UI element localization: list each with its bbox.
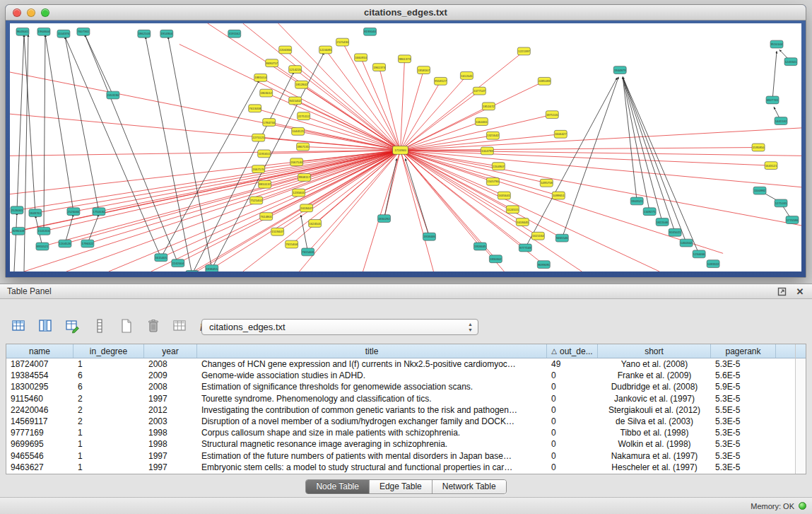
graph-node[interactable]: 1093322 bbox=[707, 260, 719, 268]
graph-node[interactable]: 1124515 bbox=[506, 206, 519, 214]
graph-node[interactable]: 1495758 bbox=[540, 179, 553, 187]
graph-node[interactable]: 7614801 bbox=[260, 213, 273, 221]
graph-node[interactable]: 1624501 bbox=[309, 220, 322, 228]
graph-node[interactable]: 2067170 bbox=[252, 165, 265, 173]
table-row[interactable]: 1872400712008Changes of HCN gene express… bbox=[6, 358, 795, 370]
graph-node[interactable]: 9777169 bbox=[519, 244, 531, 252]
column-header-pagerank[interactable]: pagerank bbox=[711, 344, 776, 358]
graph-node[interactable]: 1770586 bbox=[786, 216, 799, 224]
graph-node[interactable]: 1243341 bbox=[784, 58, 797, 66]
graph-node[interactable]: 9510144 bbox=[770, 40, 783, 48]
tab-node-table[interactable]: Node Table bbox=[306, 480, 369, 493]
graph-node[interactable]: 9286108 bbox=[12, 227, 25, 235]
graph-node[interactable]: 1044121 bbox=[292, 127, 305, 135]
column-header-name[interactable]: name bbox=[6, 344, 73, 358]
column-header-title[interactable]: title bbox=[197, 344, 547, 358]
graph-node[interactable]: 1271035 bbox=[775, 199, 787, 207]
graph-node[interactable]: 2526065 bbox=[11, 206, 23, 214]
table-disabled-icon[interactable] bbox=[170, 315, 191, 337]
graph-node[interactable]: 2067140 bbox=[290, 158, 303, 166]
graph-node[interactable]: 2526066 bbox=[67, 208, 80, 216]
graph-node[interactable]: 8955521 bbox=[36, 243, 49, 250]
graph-node[interactable]: 1750530 bbox=[93, 208, 105, 216]
graph-node[interactable]: 1519447 bbox=[271, 228, 284, 235]
delete-table-icon[interactable] bbox=[143, 315, 164, 337]
graph-node[interactable]: 1964604 bbox=[37, 28, 50, 35]
graph-node[interactable]: 1724940 bbox=[393, 146, 408, 155]
graph-node[interactable]: 1918445 bbox=[473, 243, 486, 250]
graph-node[interactable]: 1812842 bbox=[295, 81, 308, 88]
graph-node[interactable]: 1064461 bbox=[475, 118, 488, 126]
table-row[interactable]: 2242004622012Investigating the contribut… bbox=[6, 404, 795, 416]
graph-node[interactable]: 9861373 bbox=[399, 55, 411, 63]
graph-node[interactable]: 1349275 bbox=[643, 208, 656, 216]
graph-node[interactable]: 9465546 bbox=[555, 234, 568, 242]
graph-node[interactable]: 2204907 bbox=[492, 163, 505, 170]
network-graph[interactable]: 9643041196460411043767607361186210319149… bbox=[10, 23, 801, 271]
network-table-dropdown[interactable]: citations_edges.txt ▲▼ bbox=[201, 319, 478, 335]
graph-node[interactable]: 2125430 bbox=[336, 38, 349, 46]
table-columns-icon[interactable] bbox=[35, 315, 57, 337]
graph-node[interactable]: 1830302 bbox=[489, 255, 502, 263]
graph-node[interactable]: 1606427 bbox=[554, 130, 567, 138]
graph-node[interactable]: 2242004 bbox=[172, 259, 184, 267]
graph-node[interactable]: 1595850 bbox=[752, 144, 765, 151]
graph-node[interactable]: 2275112 bbox=[298, 112, 310, 120]
graph-node[interactable]: 1004783 bbox=[481, 147, 493, 155]
graph-node[interactable]: 1822046 bbox=[656, 218, 669, 226]
graph-node[interactable]: 1849761 bbox=[29, 209, 42, 217]
graph-node[interactable]: 7615403 bbox=[302, 248, 314, 256]
graph-node[interactable]: 7615404 bbox=[286, 240, 298, 248]
graph-node[interactable]: 1938455 bbox=[206, 265, 218, 271]
table-row[interactable]: 946362711997Embryonic stem cells: a mode… bbox=[6, 462, 795, 473]
tab-network-table[interactable]: Network Table bbox=[432, 480, 506, 493]
graph-node[interactable]: 1615405 bbox=[155, 254, 167, 262]
graph-node[interactable]: 9643041 bbox=[16, 28, 29, 35]
table-row[interactable]: 977716911998Corpus callosum shape and si… bbox=[6, 427, 795, 438]
graph-node[interactable]: 1958167 bbox=[417, 66, 430, 74]
graph-node[interactable]: 2275121 bbox=[252, 134, 265, 141]
graph-node[interactable]: 7613058 bbox=[249, 105, 261, 112]
graph-node[interactable]: 8690757 bbox=[266, 59, 278, 67]
graph-node[interactable]: 1851672 bbox=[482, 103, 495, 110]
graph-node[interactable]: 9245021 bbox=[669, 228, 681, 236]
table-row[interactable]: 1830029562008Estimation of significance … bbox=[6, 381, 795, 392]
graph-node[interactable]: 1796322 bbox=[81, 240, 94, 247]
graph-node[interactable]: 1221397 bbox=[517, 47, 530, 55]
graph-node[interactable]: 1903521 bbox=[630, 197, 643, 205]
graph-node[interactable]: 1618447 bbox=[300, 204, 313, 212]
window-titlebar[interactable]: citations_edges.txt bbox=[6, 5, 806, 21]
graph-node[interactable]: 1234466 bbox=[693, 250, 705, 258]
graph-node[interactable]: 1204526 bbox=[59, 240, 71, 247]
graph-node[interactable]: 6927741 bbox=[766, 96, 779, 104]
float-panel-icon[interactable] bbox=[777, 287, 787, 297]
column-header-in_degree[interactable]: in_degree bbox=[73, 344, 144, 358]
graph-node[interactable]: 1224085 bbox=[319, 46, 332, 54]
close-panel-icon[interactable]: ✕ bbox=[795, 287, 805, 297]
graph-node[interactable]: 1505316 bbox=[37, 227, 50, 235]
graph-node[interactable]: 9415402 bbox=[289, 97, 302, 105]
graph-node[interactable]: 1803012 bbox=[260, 89, 273, 97]
graph-node[interactable]: 1077147 bbox=[473, 87, 486, 95]
column-header-year[interactable]: year bbox=[144, 344, 197, 358]
graph-node[interactable]: 1214220 bbox=[289, 66, 302, 74]
graph-node[interactable]: 8810137 bbox=[259, 180, 271, 188]
graph-node[interactable]: 1875105 bbox=[546, 111, 558, 119]
graph-node[interactable]: 1100982 bbox=[753, 187, 766, 194]
network-canvas[interactable]: 9643041196460411043767607361186210319149… bbox=[10, 23, 801, 271]
graph-node[interactable]: 1191651 bbox=[258, 150, 271, 158]
column-header-out_de[interactable]: △out_de... bbox=[547, 344, 598, 358]
graph-node[interactable]: 1441532 bbox=[775, 117, 787, 125]
graph-node[interactable]: 1961373 bbox=[373, 64, 386, 71]
graph-node[interactable]: 1099651 bbox=[552, 192, 565, 199]
table-edit-icon[interactable] bbox=[62, 315, 83, 337]
graph-node[interactable]: 1918446 bbox=[423, 233, 435, 240]
graph-node[interactable]: 9558127 bbox=[434, 77, 447, 85]
graph-node[interactable]: 9699695 bbox=[537, 261, 550, 269]
graph-node[interactable]: 7607361 bbox=[77, 28, 90, 35]
graph-node[interactable]: 1104376 bbox=[57, 30, 70, 37]
graph-node[interactable]: 1635641 bbox=[498, 192, 510, 199]
graph-node[interactable]: 7525402 bbox=[250, 197, 263, 204]
graph-node[interactable]: 1914904 bbox=[160, 30, 173, 37]
graph-node[interactable]: 2485083 bbox=[538, 77, 551, 85]
